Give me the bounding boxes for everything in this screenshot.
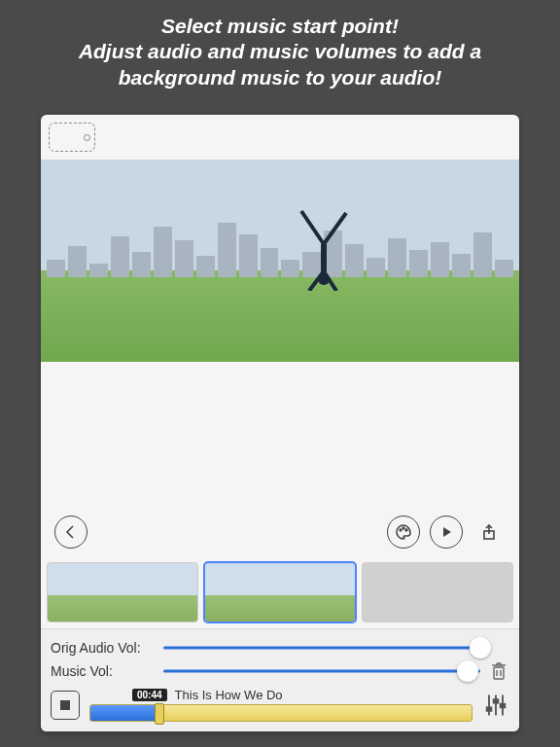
video-preview[interactable] xyxy=(41,160,519,362)
back-button[interactable] xyxy=(54,516,88,549)
skyline-decoration xyxy=(41,219,519,277)
orientation-toggle[interactable] xyxy=(49,123,95,152)
app-screen: Orig Audio Vol: Music Vol: 00:4 xyxy=(41,115,519,731)
svg-rect-23 xyxy=(494,699,499,703)
stop-icon xyxy=(60,700,70,710)
svg-rect-12 xyxy=(494,667,504,679)
svg-point-5 xyxy=(318,273,330,285)
person-figure xyxy=(290,203,358,291)
play-button[interactable] xyxy=(430,516,463,549)
svg-rect-22 xyxy=(487,707,492,711)
svg-line-4 xyxy=(324,213,346,244)
trash-icon xyxy=(488,660,509,682)
orig-audio-label: Orig Audio Vol: xyxy=(51,640,156,656)
mixer-icon xyxy=(482,692,509,719)
promo-line-2: Adjust audio and music volumes to add a … xyxy=(18,39,542,90)
clip-thumbnail[interactable] xyxy=(47,562,198,622)
delete-music-button[interactable] xyxy=(488,660,509,682)
svg-point-6 xyxy=(400,529,402,531)
music-seek-bar[interactable] xyxy=(89,704,472,722)
svg-rect-24 xyxy=(501,703,506,707)
promo-heading: Select music start point! Adjust audio a… xyxy=(0,0,560,100)
clip-thumbnail[interactable] xyxy=(362,562,513,622)
share-button[interactable] xyxy=(472,516,506,549)
palette-icon xyxy=(396,524,411,540)
palette-button[interactable] xyxy=(387,516,420,549)
stop-button[interactable] xyxy=(51,691,80,720)
music-vol-slider[interactable] xyxy=(163,661,480,681)
chevron-left-icon xyxy=(63,524,79,540)
svg-point-7 xyxy=(402,527,404,529)
clip-strip xyxy=(41,558,519,628)
music-vol-label: Music Vol: xyxy=(51,663,156,679)
play-icon xyxy=(438,524,454,540)
share-icon xyxy=(481,524,497,540)
time-badge: 00:44 xyxy=(132,689,167,701)
audio-controls-panel: Orig Audio Vol: Music Vol: 00:4 xyxy=(41,628,519,731)
svg-point-8 xyxy=(405,529,407,531)
svg-line-3 xyxy=(301,211,324,244)
svg-marker-9 xyxy=(443,527,451,537)
promo-line-1: Select music start point! xyxy=(18,14,542,39)
device-orientation-icon xyxy=(84,134,90,141)
clip-thumbnail[interactable] xyxy=(204,562,356,622)
top-bar xyxy=(41,115,519,160)
toolbar xyxy=(41,506,519,558)
track-title: This Is How We Do xyxy=(175,688,283,702)
orig-audio-slider[interactable] xyxy=(163,638,480,658)
mixer-button[interactable] xyxy=(482,692,509,719)
